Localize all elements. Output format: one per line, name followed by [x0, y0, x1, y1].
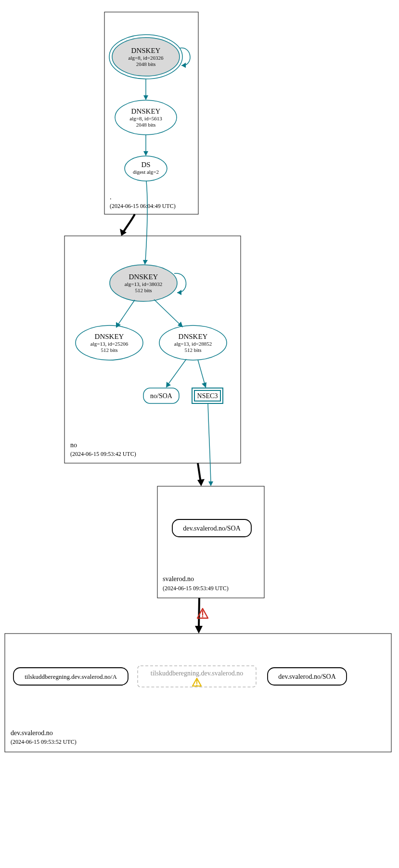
zone-timestamp-svalerod: (2024-06-15 09:53:49 UTC): [163, 585, 229, 592]
svg-marker-34: [166, 382, 171, 388]
svg-marker-10: [143, 95, 148, 100]
svg-text:alg=13, id=28852: alg=13, id=28852: [174, 341, 212, 347]
node-dev-a: tilskuddberegning.dev.svalerod.no/A: [13, 668, 128, 685]
svg-marker-16: [143, 260, 148, 265]
node-dev-soa: dev.svalerod.no/SOA: [268, 668, 347, 685]
dnssec-graph: . (2024-06-15 06:04:49 UTC) DNSKEY alg=8…: [0, 0, 399, 868]
svg-text:DS: DS: [141, 161, 150, 168]
edge-no-zsk2-soa: [167, 359, 186, 385]
svg-point-51: [196, 685, 197, 686]
edge-nsec3-to-svalerod: [208, 403, 211, 483]
svg-marker-38: [202, 382, 206, 388]
svg-text:dev.svalerod.no/SOA: dev.svalerod.no/SOA: [278, 673, 336, 680]
edge-zone-root-to-no: [123, 214, 135, 233]
svg-text:DNSKEY: DNSKEY: [131, 107, 161, 115]
svg-text:tilskuddberegning.dev.svalerod: tilskuddberegning.dev.svalerod.no/A: [25, 673, 117, 680]
svg-text:2048 bits: 2048 bits: [136, 122, 156, 128]
zone-box-dev: [5, 634, 391, 752]
svg-text:DNSKEY: DNSKEY: [179, 333, 208, 340]
svg-text:512 bits: 512 bits: [184, 347, 201, 353]
zone-label-dev: dev.svalerod.no: [11, 729, 53, 737]
edge-no-zsk2-nsec3: [198, 360, 205, 385]
edge-zone-svalerod-to-dev: [199, 598, 199, 629]
edge-zone-no-to-svalerod: [198, 463, 201, 482]
node-dev-gap: tilskuddberegning.dev.svalerod.no: [138, 666, 256, 687]
svg-text:alg=8, id=20326: alg=8, id=20326: [129, 55, 164, 61]
svg-marker-40: [208, 481, 213, 486]
node-svalerod-soa: dev.svalerod.no/SOA: [172, 519, 251, 537]
svg-text:tilskuddberegning.dev.svalerod: tilskuddberegning.dev.svalerod.no: [151, 670, 243, 677]
svg-marker-21: [177, 290, 181, 295]
svg-marker-14: [143, 151, 148, 156]
node-root-ds: DS digest alg=2: [125, 156, 167, 181]
svg-text:dev.svalerod.no/SOA: dev.svalerod.no/SOA: [183, 525, 241, 532]
svg-marker-43: [195, 626, 203, 634]
svg-marker-5: [181, 63, 186, 68]
edge-no-ksk-zsk1: [117, 300, 135, 325]
svg-text:NSEC3: NSEC3: [197, 392, 218, 400]
edge-ds-to-no-ksk: [145, 181, 147, 262]
node-root-zsk: DNSKEY alg=8, id=5613 2048 bits: [115, 100, 177, 135]
svg-marker-39: [197, 479, 205, 486]
node-no-soa: no/SOA: [143, 388, 179, 403]
zone-label-svalerod: svalerod.no: [163, 575, 194, 583]
node-no-ksk: DNSKEY alg=13, id=38032 512 bits: [110, 265, 177, 301]
node-no-zsk2: DNSKEY alg=13, id=28852 512 bits: [159, 325, 227, 360]
node-no-zsk1: DNSKEY alg=13, id=25206 512 bits: [76, 325, 143, 360]
svg-text:512 bits: 512 bits: [135, 287, 152, 293]
edge-no-ksk-zsk2: [154, 299, 181, 325]
svg-text:alg=13, id=25206: alg=13, id=25206: [90, 341, 129, 347]
zone-timestamp-no: (2024-06-15 09:53:42 UTC): [70, 451, 136, 457]
svg-text:alg=13, id=38032: alg=13, id=38032: [125, 281, 162, 287]
svg-text:DNSKEY: DNSKEY: [131, 47, 161, 54]
zone-label-no: no: [70, 441, 77, 449]
node-root-ksk: DNSKEY alg=8, id=20326 2048 bits: [109, 35, 182, 79]
zone-label-root: .: [110, 194, 112, 201]
svg-point-45: [202, 616, 204, 618]
node-nsec3: NSEC3: [192, 388, 223, 403]
svg-text:alg=8, id=5613: alg=8, id=5613: [129, 116, 162, 121]
svg-text:no/SOA: no/SOA: [150, 392, 173, 400]
svg-text:2048 bits: 2048 bits: [136, 61, 156, 67]
svg-text:digest alg=2: digest alg=2: [133, 169, 159, 175]
svg-point-11: [125, 156, 167, 181]
svg-text:DNSKEY: DNSKEY: [129, 273, 158, 281]
zone-timestamp-dev: (2024-06-15 09:53:52 UTC): [11, 738, 77, 745]
svg-text:DNSKEY: DNSKEY: [95, 333, 124, 340]
svg-text:512 bits: 512 bits: [101, 347, 117, 353]
zone-timestamp-root: (2024-06-15 06:04:49 UTC): [110, 203, 176, 209]
